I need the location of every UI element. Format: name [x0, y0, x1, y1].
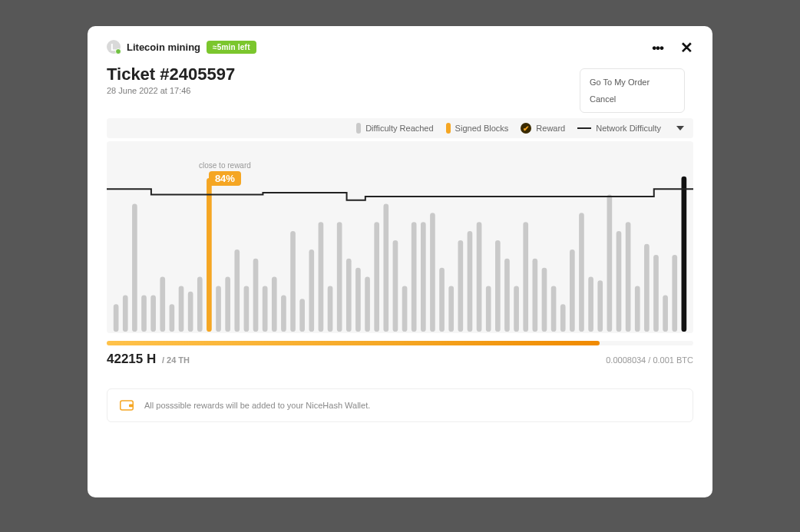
annotation-label: close to reward — [199, 161, 251, 170]
svg-rect-4 — [150, 295, 156, 332]
svg-rect-8 — [188, 292, 193, 332]
svg-rect-22 — [319, 222, 324, 332]
svg-rect-40 — [486, 286, 491, 332]
svg-rect-43 — [514, 286, 519, 332]
legend-reward: ✔Reward — [521, 123, 565, 134]
svg-rect-12 — [225, 277, 230, 332]
svg-rect-33 — [421, 222, 426, 332]
more-menu-popover: Go To My Order Cancel — [580, 68, 685, 113]
mining-ticket-card: L Litecoin mining ≈5min left ••• ✕ Ticke… — [88, 26, 712, 497]
svg-rect-0 — [114, 304, 119, 332]
legend-signed-blocks: Signed Blocks — [446, 123, 509, 134]
svg-rect-24 — [337, 222, 342, 332]
wallet-icon — [120, 400, 134, 411]
svg-rect-39 — [477, 222, 482, 332]
svg-rect-14 — [244, 286, 250, 332]
svg-rect-41 — [495, 240, 501, 332]
svg-rect-25 — [346, 259, 352, 332]
svg-rect-31 — [402, 286, 408, 332]
svg-rect-38 — [468, 231, 473, 332]
svg-rect-46 — [542, 268, 547, 332]
svg-rect-45 — [533, 259, 538, 332]
svg-rect-29 — [383, 203, 388, 332]
svg-rect-17 — [272, 277, 277, 332]
svg-rect-57 — [644, 244, 650, 332]
svg-rect-2 — [132, 203, 137, 332]
legend-label: Network Difficulty — [596, 124, 661, 133]
svg-rect-52 — [597, 280, 603, 332]
svg-rect-49 — [570, 249, 575, 332]
svg-rect-32 — [412, 222, 417, 332]
hashrate-sub: / 24 TH — [162, 355, 190, 365]
legend-reward-icon: ✔ — [521, 123, 531, 134]
svg-rect-58 — [653, 255, 659, 332]
chart-svg — [107, 141, 693, 333]
time-left-badge: ≈5min left — [207, 41, 256, 54]
difficulty-chart: close to reward 84% — [107, 141, 693, 333]
btc-target-value: 0.001 BTC — [653, 355, 693, 365]
svg-rect-9 — [197, 277, 203, 332]
svg-rect-13 — [234, 249, 240, 332]
svg-rect-26 — [355, 268, 361, 332]
chart-legend: Difficulty Reached Signed Blocks ✔Reward… — [107, 118, 693, 138]
svg-rect-47 — [551, 286, 557, 332]
svg-rect-11 — [216, 286, 221, 332]
svg-rect-28 — [374, 222, 379, 332]
close-button[interactable]: ✕ — [680, 40, 693, 55]
legend-orange-pill-icon — [446, 123, 451, 134]
progress-track — [107, 341, 693, 345]
svg-rect-55 — [626, 222, 631, 332]
legend-label: Reward — [536, 124, 565, 133]
svg-rect-53 — [607, 195, 613, 332]
svg-rect-6 — [170, 304, 175, 332]
progress-fill — [107, 341, 600, 345]
coin-name: Litecoin mining — [127, 41, 200, 53]
header: L Litecoin mining ≈5min left — [107, 40, 693, 54]
svg-rect-54 — [617, 231, 622, 332]
svg-rect-5 — [160, 277, 165, 332]
svg-rect-16 — [263, 286, 268, 332]
chevron-down-icon — [676, 126, 684, 131]
annotation-pct-badge: 84% — [209, 171, 241, 186]
svg-rect-34 — [430, 213, 435, 332]
svg-rect-27 — [365, 277, 370, 332]
svg-rect-21 — [309, 249, 314, 332]
svg-rect-48 — [560, 304, 566, 332]
svg-rect-44 — [523, 222, 528, 332]
wallet-notice: All posssible rewards will be added to y… — [107, 388, 693, 422]
svg-rect-1 — [123, 295, 128, 332]
chart-container: close to reward 84% — [107, 141, 693, 333]
close-to-reward-annotation: close to reward 84% — [199, 161, 251, 186]
popover-cancel[interactable]: Cancel — [580, 91, 684, 107]
more-menu-button[interactable]: ••• — [652, 41, 663, 55]
wallet-notice-text: All posssible rewards will be added to y… — [144, 401, 370, 410]
hashrate: 42215 H / 24 TH — [107, 352, 190, 367]
svg-rect-36 — [448, 286, 454, 332]
svg-rect-51 — [588, 277, 593, 332]
svg-rect-61 — [682, 177, 687, 332]
litecoin-icon: L — [107, 40, 121, 54]
svg-rect-50 — [579, 213, 584, 332]
hashrate-value: 42215 H — [107, 352, 156, 366]
legend-label: Signed Blocks — [455, 124, 509, 133]
progress-row: 42215 H / 24 TH 0.0008034 / 0.001 BTC — [107, 341, 693, 367]
svg-rect-59 — [663, 295, 668, 332]
close-icon: ✕ — [680, 40, 693, 55]
svg-rect-60 — [672, 255, 677, 332]
svg-rect-18 — [281, 295, 286, 332]
legend-difficulty-reached: Difficulty Reached — [356, 123, 433, 134]
btc-earned-value: 0.0008034 — [606, 355, 646, 365]
svg-rect-3 — [141, 295, 147, 332]
svg-rect-7 — [179, 286, 184, 332]
svg-rect-19 — [290, 231, 296, 332]
svg-rect-23 — [328, 286, 333, 332]
svg-rect-30 — [393, 240, 398, 332]
btc-earned: 0.0008034 / 0.001 BTC — [606, 355, 693, 365]
popover-go-to-order[interactable]: Go To My Order — [580, 74, 684, 91]
legend-network-difficulty-select[interactable]: Network Difficulty — [577, 124, 684, 133]
legend-grey-pill-icon — [356, 123, 361, 134]
svg-rect-63 — [129, 405, 134, 408]
svg-rect-42 — [504, 259, 510, 332]
svg-rect-20 — [299, 299, 305, 332]
svg-rect-56 — [635, 286, 640, 332]
